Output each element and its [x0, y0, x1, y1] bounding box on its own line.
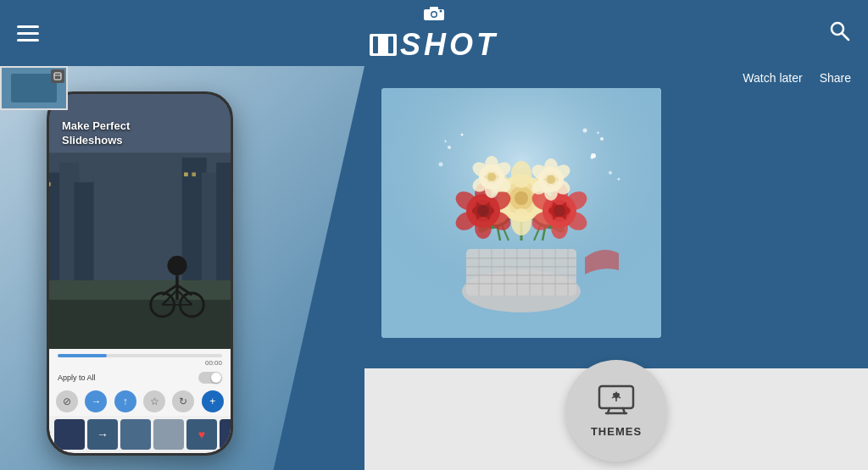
toggle-knob — [211, 373, 221, 383]
svg-point-106 — [600, 137, 604, 141]
svg-point-110 — [439, 163, 443, 167]
flower-image: ✦ ✦ ✦ ✦ — [381, 88, 661, 338]
svg-point-4 — [439, 9, 442, 12]
svg-text:✦: ✦ — [616, 176, 621, 182]
svg-rect-22 — [192, 173, 196, 177]
filmstrip-row: → ♥ — [49, 416, 231, 453]
svg-rect-21 — [184, 173, 188, 177]
svg-point-84 — [551, 217, 568, 239]
svg-point-111 — [461, 134, 464, 136]
watch-later-button[interactable]: Watch later — [743, 71, 802, 85]
app-header: SHOT — [0, 0, 868, 66]
phone-mockup: Make Perfect Slideshows 00:00 Apply to A… — [47, 91, 233, 456]
right-panel: Watch later Share — [364, 66, 868, 470]
share-button[interactable]: Share — [820, 71, 851, 85]
svg-point-62 — [515, 191, 528, 205]
phone-video-area: Make Perfect Slideshows — [49, 94, 231, 349]
svg-rect-40 — [466, 274, 576, 276]
svg-rect-19 — [49, 182, 51, 186]
progress-fill — [58, 354, 107, 357]
action-up-button[interactable]: ↑ — [114, 390, 136, 412]
svg-point-108 — [609, 171, 612, 174]
menu-line-3 — [17, 39, 39, 41]
left-panel: Make Perfect Slideshows 00:00 Apply to A… — [0, 66, 364, 470]
menu-line-2 — [17, 32, 39, 35]
svg-point-80 — [554, 205, 565, 217]
svg-text:✦: ✦ — [589, 154, 595, 162]
apply-all-row: Apply to All — [49, 368, 231, 387]
search-button[interactable] — [827, 19, 851, 48]
phone-title-line2: Slideshows — [62, 134, 130, 148]
bottom-section: THEMES — [364, 368, 868, 470]
apply-all-label: Apply to All — [58, 373, 96, 382]
action-star-button[interactable]: ☆ — [143, 390, 165, 412]
film-thumb-arrow[interactable]: → — [87, 419, 118, 450]
action-bar: Watch later Share — [364, 66, 868, 88]
themes-circle[interactable]: THEMES — [565, 360, 667, 462]
action-icons-row: ⊘ → ↑ ☆ ↻ + — [49, 387, 231, 416]
thumbnail-preview — [11, 74, 56, 102]
svg-point-98 — [547, 175, 555, 184]
svg-point-75 — [475, 217, 492, 239]
progress-time: 00:00 — [58, 359, 222, 367]
themes-label: THEMES — [591, 425, 642, 438]
phone-screen: Make Perfect Slideshows 00:00 Apply to A… — [49, 94, 231, 453]
main-content: Make Perfect Slideshows 00:00 Apply to A… — [0, 66, 868, 470]
svg-point-66 — [511, 208, 531, 235]
film-thumb-heart[interactable]: ♥ — [186, 419, 217, 450]
menu-line-1 — [17, 25, 39, 28]
phone-title-overlay: Make Perfect Slideshows — [62, 119, 130, 148]
phone-title-line1: Make Perfect — [62, 119, 130, 134]
film-thumb-4[interactable] — [220, 419, 231, 450]
svg-rect-41 — [466, 283, 576, 285]
themes-icon — [598, 384, 635, 422]
logo-text: SHOT — [370, 27, 498, 63]
svg-text:✦: ✦ — [443, 139, 448, 144]
svg-rect-37 — [466, 249, 576, 296]
svg-rect-39 — [466, 266, 576, 268]
apply-all-toggle[interactable] — [198, 372, 222, 384]
action-ban-button[interactable]: ⊘ — [56, 390, 78, 412]
svg-rect-24 — [49, 280, 231, 300]
action-arrow-button[interactable]: → — [85, 390, 107, 412]
film-thumb-2[interactable] — [120, 419, 151, 450]
svg-point-109 — [448, 146, 451, 149]
svg-rect-7 — [54, 73, 61, 80]
svg-point-63 — [511, 161, 531, 188]
action-plus-button[interactable]: + — [202, 390, 224, 412]
svg-rect-3 — [430, 7, 438, 10]
app-logo: SHOT — [370, 4, 498, 63]
action-refresh-button[interactable]: ↻ — [172, 390, 194, 412]
svg-point-107 — [583, 129, 587, 133]
phone-progress-area: 00:00 — [49, 349, 231, 368]
svg-point-25 — [167, 256, 186, 275]
svg-point-71 — [477, 205, 489, 217]
small-thumbnail[interactable] — [0, 66, 68, 110]
svg-rect-38 — [466, 257, 576, 259]
progress-track[interactable] — [58, 354, 222, 357]
film-thumb-1[interactable] — [54, 419, 85, 450]
svg-line-6 — [843, 33, 849, 40]
menu-button[interactable] — [17, 25, 39, 41]
svg-point-89 — [487, 173, 496, 181]
film-thumb-3[interactable] — [153, 419, 184, 450]
svg-point-2 — [431, 12, 436, 16]
thumbnail-badge — [51, 69, 64, 83]
svg-text:✦: ✦ — [596, 130, 600, 135]
film-icon — [370, 34, 397, 56]
camera-icon — [422, 4, 446, 25]
